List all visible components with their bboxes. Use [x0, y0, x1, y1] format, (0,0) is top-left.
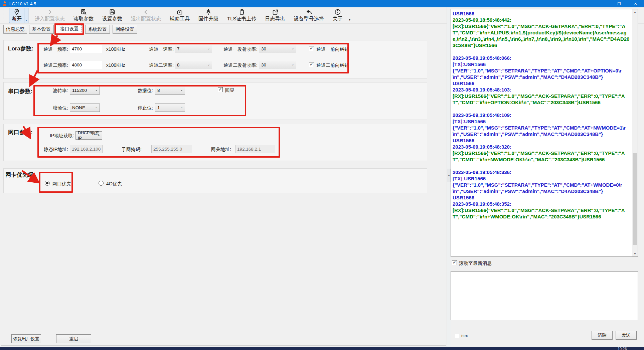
- log-panel: USR15662023-05-09,18:59:48:442:[RX]:USR1…: [451, 9, 638, 257]
- disconnect-dropdown-arrow[interactable]: ▾: [24, 8, 28, 23]
- gateway-input[interactable]: [235, 145, 275, 153]
- tab-info-overview[interactable]: 信息总览: [3, 25, 27, 34]
- log-line: [453, 48, 630, 55]
- ch1-power-select[interactable]: 30⌄: [259, 45, 296, 53]
- chevron-down-icon: ⌄: [292, 46, 294, 50]
- minimize-button[interactable]: ─: [595, 0, 611, 7]
- about-button[interactable]: 关于: [330, 8, 345, 23]
- toolbar-item-label: 进入配置状态: [35, 16, 65, 22]
- log-line: [RX]:USR1566{"VER":"1.0","MSG":"ACK-SETP…: [453, 150, 630, 163]
- enter-config-button[interactable]: 进入配置状态: [32, 8, 67, 23]
- tab-system-settings[interactable]: 系统设置: [85, 25, 110, 34]
- baud-select[interactable]: 115200⌄: [70, 86, 100, 95]
- close-button[interactable]: ✕: [628, 0, 643, 7]
- toolbar-item-label: 退出配置状态: [131, 16, 161, 22]
- log-line: [TX]:USR1566: [453, 61, 630, 67]
- ch2-power-value: 30: [261, 62, 266, 67]
- log-line: USR1566: [453, 137, 630, 144]
- log-line: [RX]:USR1566{"VER":"1.0","MSG":"ACK-GETP…: [453, 23, 630, 48]
- chevron-down-icon: ⌄: [98, 133, 100, 137]
- ch1-freq-unit: x100KHz: [106, 46, 125, 52]
- chevron-left-icon: [143, 9, 149, 15]
- parity-select[interactable]: NONE⌄: [70, 104, 100, 112]
- device-model-select-button[interactable]: 设备型号选择: [292, 8, 326, 23]
- nic-groupbox: [3, 168, 427, 193]
- stopbits-label: 停止位:: [132, 105, 153, 111]
- ch1-power-value: 30: [261, 46, 266, 51]
- toolbar-grip: [3, 9, 4, 22]
- toolbar-overflow-arrow[interactable]: ▾: [349, 18, 351, 21]
- nic-ethernet-first-radio[interactable]: [45, 181, 50, 186]
- echo-label: 回显: [225, 88, 234, 94]
- nic-section-title: 网卡优先级:: [5, 171, 36, 179]
- nic-4g-first-radio[interactable]: [99, 181, 104, 186]
- set-params-button[interactable]: 设置参数: [100, 8, 125, 23]
- ch1-rate-label: 通道一速率:: [144, 46, 174, 52]
- app-icon: [2, 1, 7, 6]
- scroll-down-arrow[interactable]: ▼: [632, 251, 638, 256]
- send-button[interactable]: 发送: [616, 331, 637, 340]
- ch2-fec-checkbox[interactable]: ✓: [309, 62, 314, 67]
- hex-label: Hex: [461, 334, 468, 338]
- maximize-button[interactable]: ❐: [611, 0, 627, 7]
- tab-basic-settings[interactable]: 基本设置: [29, 25, 54, 34]
- disconnect-button-group[interactable]: 断开 ▾: [9, 8, 28, 23]
- tab-network-settings[interactable]: 网络设置: [113, 25, 137, 34]
- parity-value: NONE: [72, 105, 85, 110]
- ip-mode-select[interactable]: DHCP/动态IP⌄: [75, 131, 102, 140]
- subnet-mask-input[interactable]: [151, 145, 191, 153]
- toolbar-item-label: 设备型号选择: [294, 16, 324, 22]
- ch2-power-label: 通道二发射功率:: [215, 62, 258, 68]
- toolbar-item-label: 日志导出: [265, 16, 285, 22]
- scroll-thumb[interactable]: [633, 153, 637, 245]
- restart-button[interactable]: 重启: [56, 334, 91, 343]
- exit-config-button[interactable]: 退出配置状态: [129, 8, 163, 23]
- static-ip-label: 静态IP地址:: [42, 147, 68, 153]
- hex-checkbox[interactable]: ✓: [455, 334, 459, 338]
- stopbits-select[interactable]: 1⌄: [155, 104, 185, 112]
- ch2-rate-select[interactable]: 8⌄: [175, 61, 212, 69]
- chevron-right-icon: [46, 9, 53, 15]
- log-line: 2023-05-09,19:05:48:352:: [453, 201, 630, 207]
- clipboard-upload-icon: [238, 9, 245, 15]
- toolbox-icon: [176, 9, 183, 15]
- log-scrollbar[interactable]: ▲ ▼: [632, 9, 638, 256]
- log-line: {"VER":"1.0","MSG":"SETPARA","TYPE":"AT"…: [453, 67, 630, 80]
- echo-checkbox[interactable]: ✓: [218, 87, 223, 92]
- splitter-collapse-arrow[interactable]: ◄: [447, 169, 451, 182]
- factory-reset-button[interactable]: 恢复出厂设置: [11, 334, 41, 343]
- ch1-rate-select[interactable]: 7⌄: [175, 45, 212, 53]
- toolbar-item-label: 固件升级: [198, 16, 218, 22]
- chevron-down-icon: ⌄: [207, 46, 210, 50]
- ch1-fec-checkbox[interactable]: ✓: [309, 46, 314, 51]
- ch2-power-select[interactable]: 30⌄: [259, 61, 296, 69]
- aux-tools-button[interactable]: 辅助工具: [167, 8, 192, 23]
- ch2-freq-input[interactable]: [70, 61, 102, 69]
- rocket-icon: [205, 9, 212, 15]
- title-bar: LG210 V1.4.5 ─ ❐ ✕: [0, 0, 644, 7]
- tab-interface-settings[interactable]: 接口设置: [56, 24, 83, 34]
- disconnect-button[interactable]: 断开: [9, 8, 24, 23]
- scroll-to-latest-checkbox[interactable]: ✓: [452, 260, 457, 265]
- read-params-button[interactable]: 读取参数: [71, 8, 96, 23]
- nic-ethernet-first-label: 网口优先: [52, 181, 71, 187]
- ch2-rate-value: 8: [177, 62, 180, 67]
- log-output[interactable]: USR15662023-05-09,18:59:48:442:[RX]:USR1…: [451, 9, 632, 256]
- databits-select[interactable]: 8⌄: [155, 86, 185, 95]
- log-export-button[interactable]: 日志导出: [263, 8, 288, 23]
- scroll-up-arrow[interactable]: ▲: [632, 9, 638, 15]
- ch2-freq-label: 通道二频率:: [39, 62, 68, 68]
- chevron-down-icon: ⌄: [207, 62, 210, 66]
- log-line: USR1566: [453, 80, 630, 86]
- undo-arrow-icon: [306, 9, 312, 15]
- clear-button[interactable]: 清除: [592, 331, 613, 340]
- send-input[interactable]: [451, 271, 638, 320]
- ch2-freq-unit: x100KHz: [106, 62, 125, 68]
- tls-cert-upload-button[interactable]: TLS证书上传: [225, 8, 259, 23]
- static-ip-input[interactable]: [70, 145, 103, 153]
- firmware-upgrade-button[interactable]: 固件升级: [196, 8, 221, 23]
- log-line: [453, 163, 630, 169]
- subnet-mask-label: 子网掩码:: [120, 147, 142, 153]
- ch1-freq-input[interactable]: [70, 45, 102, 53]
- serial-section-title: 串口参数:: [8, 88, 33, 95]
